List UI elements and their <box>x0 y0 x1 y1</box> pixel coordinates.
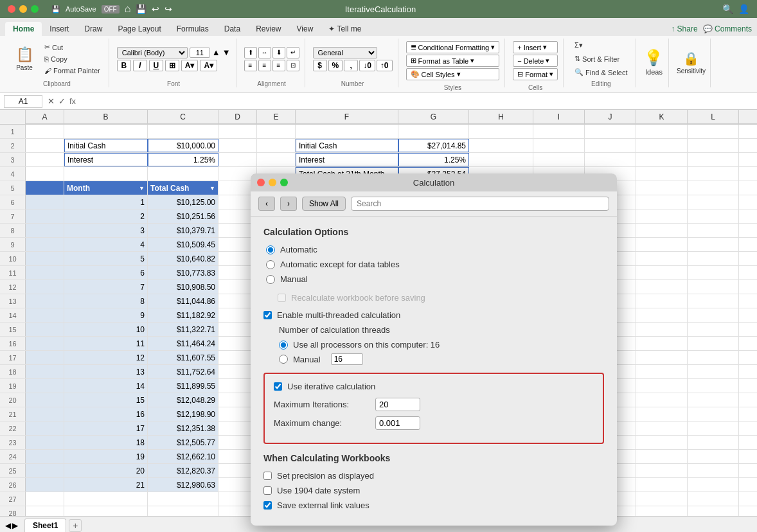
cell-k9[interactable] <box>636 238 688 251</box>
cell-k16[interactable] <box>636 337 688 350</box>
cell-c13[interactable]: $11,044.86 <box>148 294 218 308</box>
cell-l7[interactable] <box>688 209 739 223</box>
cell-c27[interactable] <box>148 492 218 506</box>
cell-b19[interactable]: 14 <box>64 379 148 393</box>
cell-c5[interactable]: Total Cash ▼ <box>148 181 218 195</box>
cell-c12[interactable]: $10,908.50 <box>148 280 218 294</box>
cell-b26[interactable]: 21 <box>64 478 148 492</box>
tab-draw[interactable]: Draw <box>76 22 110 36</box>
cell-k22[interactable] <box>636 421 688 435</box>
underline-button[interactable]: U <box>149 60 163 71</box>
cell-c14[interactable]: $11,182.92 <box>148 308 218 322</box>
redo-icon[interactable]: ↪ <box>165 4 172 14</box>
cell-l4[interactable] <box>688 167 739 181</box>
cell-m9[interactable] <box>739 238 757 251</box>
cell-a23[interactable] <box>26 436 64 449</box>
cell-m24[interactable] <box>739 450 757 463</box>
cell-b8[interactable]: 3 <box>64 224 148 237</box>
col-header-d[interactable]: D <box>218 110 257 124</box>
dialog-maximize-button[interactable] <box>280 179 288 186</box>
cell-k18[interactable] <box>636 365 688 378</box>
home-icon[interactable]: ⌂ <box>125 3 131 15</box>
tab-data[interactable]: Data <box>217 22 248 36</box>
use-1904-checkbox[interactable]: Use 1904 date system <box>263 486 604 495</box>
cell-a3[interactable] <box>26 153 64 166</box>
cell-l1[interactable] <box>688 125 739 138</box>
cell-k28[interactable] <box>636 506 688 516</box>
cell-l28[interactable] <box>688 506 739 516</box>
cell-a7[interactable] <box>26 209 64 223</box>
sheet-nav-left[interactable]: ◀ <box>5 521 11 530</box>
cell-i3[interactable] <box>533 153 585 166</box>
col-header-m[interactable]: M <box>739 110 757 124</box>
cell-c3[interactable]: 1.25% <box>148 153 218 166</box>
bold-button[interactable]: B <box>117 60 131 71</box>
cell-j1[interactable] <box>585 125 636 138</box>
cell-l12[interactable] <box>688 280 739 294</box>
merge-center-button[interactable]: ⊡ <box>287 60 299 71</box>
add-sheet-button[interactable]: + <box>69 519 82 532</box>
col-header-f[interactable]: F <box>296 110 398 124</box>
cell-e3[interactable] <box>257 153 296 166</box>
sheet-nav-right[interactable]: ▶ <box>12 521 18 530</box>
cell-m5[interactable] <box>739 181 757 195</box>
auto-except-radio[interactable]: Automatic except for data tables <box>266 260 604 269</box>
cell-k26[interactable] <box>636 478 688 492</box>
cell-l21[interactable] <box>688 407 739 421</box>
cell-m14[interactable] <box>739 308 757 322</box>
share-button[interactable]: ↑ Share <box>671 24 697 33</box>
cell-c18[interactable]: $11,752.64 <box>148 365 218 378</box>
cell-a28[interactable] <box>26 506 64 516</box>
tab-review[interactable]: Review <box>248 22 289 36</box>
format-cells-button[interactable]: ⊟ Format ▾ <box>513 68 558 80</box>
cell-a4[interactable] <box>26 167 64 181</box>
cell-l26[interactable] <box>688 478 739 492</box>
cell-b22[interactable]: 17 <box>64 421 148 435</box>
tab-formulas[interactable]: Formulas <box>169 22 217 36</box>
cell-a21[interactable] <box>26 407 64 421</box>
insert-function-icon[interactable]: fx <box>69 96 76 106</box>
cell-l2[interactable] <box>688 139 739 152</box>
cell-h3[interactable] <box>469 153 533 166</box>
cell-a24[interactable] <box>26 450 64 463</box>
cell-c16[interactable]: $11,464.24 <box>148 337 218 350</box>
cell-l8[interactable] <box>688 224 739 237</box>
cell-a25[interactable] <box>26 464 64 477</box>
cell-c1[interactable] <box>148 125 218 138</box>
cell-c15[interactable]: $11,322.71 <box>148 323 218 336</box>
manual-threads-value[interactable] <box>331 353 363 365</box>
cell-k3[interactable] <box>636 153 688 166</box>
cell-m17[interactable] <box>739 351 757 364</box>
col-header-a[interactable]: A <box>26 110 64 124</box>
cell-h2[interactable] <box>469 139 533 152</box>
autosave-toggle[interactable]: OFF <box>102 5 120 13</box>
cell-k11[interactable] <box>636 266 688 279</box>
cell-c19[interactable]: $11,899.55 <box>148 379 218 393</box>
cell-c9[interactable]: $10,509.45 <box>148 238 218 251</box>
cell-l18[interactable] <box>688 365 739 378</box>
cell-k19[interactable] <box>636 379 688 393</box>
cell-m27[interactable] <box>739 492 757 506</box>
cell-c17[interactable]: $11,607.55 <box>148 351 218 364</box>
cell-b23[interactable]: 18 <box>64 436 148 449</box>
col-header-i[interactable]: I <box>533 110 585 124</box>
cell-k1[interactable] <box>636 125 688 138</box>
confirm-formula-icon[interactable]: ✓ <box>58 96 66 106</box>
cell-k15[interactable] <box>636 323 688 336</box>
cell-g3[interactable]: 1.25% <box>398 153 469 166</box>
align-left-button[interactable]: ≡ <box>244 60 257 71</box>
cell-m4[interactable] <box>739 167 757 181</box>
cell-a9[interactable] <box>26 238 64 251</box>
align-right-button[interactable]: ≡ <box>272 60 285 71</box>
month-dropdown[interactable]: ▼ <box>139 185 145 191</box>
multithreaded-checkbox[interactable]: Enable multi-threaded calculation <box>263 310 604 320</box>
cell-f2[interactable]: Initial Cash <box>296 139 398 152</box>
cell-a15[interactable] <box>26 323 64 336</box>
cell-m22[interactable] <box>739 421 757 435</box>
cell-b1[interactable] <box>64 125 148 138</box>
cell-b14[interactable]: 9 <box>64 308 148 322</box>
cell-l22[interactable] <box>688 421 739 435</box>
cell-a16[interactable] <box>26 337 64 350</box>
cell-m18[interactable] <box>739 365 757 378</box>
cell-c25[interactable]: $12,820.37 <box>148 464 218 477</box>
